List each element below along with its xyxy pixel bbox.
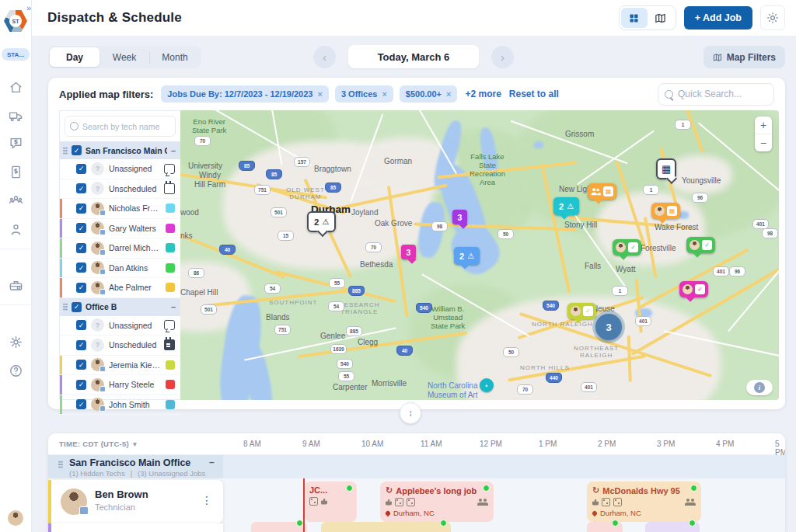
map-info-button[interactable]: i [746,380,773,395]
tech-row[interactable]: ✓Darrel Michaels [60,238,180,259]
sidebar-item-dispatch-truck[interactable] [6,106,25,125]
map-cluster-marker[interactable]: 2⚠ [454,247,480,265]
job-card[interactable]: JC... [304,482,357,522]
map-cluster-marker-selected[interactable]: 2⚠ [307,211,336,232]
map-job-marker[interactable]: ✓ [567,303,596,319]
map-cluster-circle[interactable]: 3 [595,314,622,340]
remove-filter-icon[interactable]: × [382,89,386,99]
tech-row[interactable]: ✓?Unscheduled [60,336,180,356]
tech-row[interactable]: ✓Dan Atkins [60,259,180,279]
tech-row[interactable]: ✓Harry Steele [60,375,180,395]
tech-checkbox[interactable]: ✓ [76,320,86,330]
tech-row[interactable]: ✓Abe Palmer [60,278,180,298]
map-view-button[interactable] [648,8,674,28]
collapse-group-button[interactable]: – [209,457,215,468]
settings-button[interactable] [760,5,785,30]
map-count-marker[interactable]: 3 [401,245,416,259]
kebab-menu-icon[interactable]: ⋮ [201,494,212,506]
museum-poi-icon[interactable]: ▪ [480,378,494,392]
group-checkbox[interactable]: ✓ [72,302,82,312]
sidebar-item-invoice[interactable] [6,162,25,181]
tab-month[interactable]: Month [150,47,200,67]
drag-handle-icon[interactable] [58,461,63,468]
map-cluster-marker[interactable]: 2⚠ [553,197,579,215]
tech-row[interactable]: ✓?Unassigned [60,316,180,336]
filter-chip[interactable]: Jobs Due By: 12/7/2023 - 12/19/2023× [161,85,329,103]
workspace-badge[interactable]: STA... [2,48,30,61]
sidebar-item-chat-dollar[interactable] [6,134,25,152]
map-count-marker[interactable]: 3 [452,210,467,224]
office-group-header[interactable]: San Francisco Main Office (1) Hidden Tec… [48,454,785,478]
map-filters-button[interactable]: Map Filters [703,46,785,68]
office-group-header[interactable]: ✓San Francisco Main O...– [60,141,180,159]
tech-checkbox[interactable]: ✓ [76,164,86,174]
route-shield: 401 [635,316,651,326]
chat-badge-icon [100,366,106,372]
tab-week[interactable]: Week [100,47,149,67]
board-view-button[interactable] [621,8,648,28]
map-job-marker[interactable]: ✓ [686,237,715,253]
user-avatar[interactable] [8,510,23,526]
filter-chip[interactable]: $500.00+× [400,85,458,103]
quick-search-input[interactable]: Quick Search... [658,83,774,106]
tech-row[interactable]: ✓Gary Walters [60,219,180,239]
tech-checkbox[interactable]: ✓ [76,360,86,370]
sidebar-item-help[interactable] [6,361,25,380]
app-logo[interactable]: ST [4,9,27,33]
sidebar-item-home[interactable] [6,78,25,96]
sidebar-item-settings[interactable] [6,332,25,351]
next-day-button[interactable]: › [491,46,514,68]
tech-checkbox[interactable]: ✓ [76,399,86,409]
map-job-marker-selected[interactable]: ▦ [656,158,676,179]
timezone-selector[interactable]: TIME: CDT (UTC-5)▾ [59,440,137,448]
collapse-group-button[interactable]: – [171,146,176,155]
job-card[interactable]: ↻Applebee's long jobDurham, NC [380,482,494,522]
filter-chip[interactable]: 3 Offices× [335,85,393,103]
zoom-out-button[interactable]: − [755,134,772,151]
tech-row[interactable]: ✓Jeremia Kielman [60,356,180,376]
job-card-partial[interactable] [321,522,451,532]
collapse-group-button[interactable]: – [171,302,176,311]
reset-filters-link[interactable]: Reset to all [509,89,559,99]
tech-checkbox[interactable]: ✓ [76,340,86,350]
tech-row[interactable]: ✓Nicholas Freema... [60,199,180,219]
map-job-marker[interactable]: ▦ [588,183,616,200]
dispatch-map[interactable]: + − i Eno River State ParkUniversityWind… [180,110,779,400]
job-card[interactable]: ↻McDonalds Hwy 95Durham, NC [587,482,701,522]
map-job-marker[interactable]: ✓ [679,281,708,297]
group-checkbox[interactable]: ✓ [72,145,82,155]
next-technician-card-partial[interactable] [48,523,223,532]
remove-filter-icon[interactable]: × [446,89,451,99]
zoom-in-button[interactable]: + [755,116,772,134]
tech-checkbox[interactable]: ✓ [76,223,86,233]
office-group-header[interactable]: ✓Office B– [60,298,180,316]
drag-handle-icon[interactable] [63,303,68,311]
tech-checkbox[interactable]: ✓ [76,203,86,214]
tech-row[interactable]: ✓John Smith [60,395,180,416]
tech-row[interactable]: ✓?Unassigned [60,159,180,179]
panel-resize-handle[interactable]: ↕ [400,402,421,424]
job-card-partial[interactable] [587,522,623,532]
job-card-partial[interactable] [645,522,700,532]
current-date-button[interactable]: Today, March 6 [348,45,479,68]
tech-checkbox[interactable]: ✓ [76,263,86,273]
sidebar-item-team[interactable] [6,191,25,210]
sidebar-item-toolbox[interactable] [6,276,25,294]
tech-checkbox[interactable]: ✓ [76,243,86,253]
add-job-button[interactable]: + Add Job [684,6,752,30]
map-job-marker[interactable]: ▦ [651,203,680,219]
map-job-marker[interactable]: ✓ [613,239,641,256]
tech-checkbox[interactable]: ✓ [76,380,86,390]
drag-handle-icon[interactable] [63,147,68,155]
tech-checkbox[interactable]: ✓ [76,183,86,193]
more-filters-link[interactable]: +2 more [465,89,501,99]
tab-day[interactable]: Day [50,47,100,67]
prev-day-button[interactable]: ‹ [313,46,336,68]
tech-search-input[interactable]: Search by tech name [65,116,176,137]
job-card-partial[interactable] [251,522,307,532]
sidebar-item-customer[interactable] [6,220,25,238]
tech-checkbox[interactable]: ✓ [76,283,86,293]
remove-filter-icon[interactable]: × [317,89,322,99]
technician-card[interactable]: Ben Brown Technician ⋮ [48,480,223,523]
tech-row[interactable]: ✓?Unscheduled [60,179,180,200]
